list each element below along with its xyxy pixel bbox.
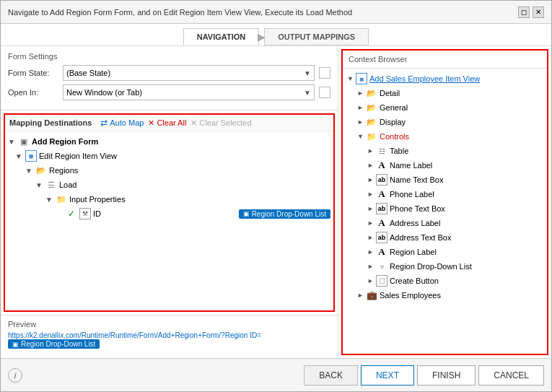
ctx-toggle-general: ► [357,104,366,111]
form-state-arrow: ▼ [304,69,311,77]
ctx-toggle-name-label: ► [367,162,376,169]
ctx-item-name-textbox[interactable]: ► ab Name Text Box [343,173,547,187]
ctx-folder-icon-controls: 📁 [366,131,377,142]
main-content: Form Settings Form State: (Base State) ▼… [1,46,551,358]
open-in-select[interactable]: New Window (or Tab) ▼ [63,84,315,100]
ctx-label-display: Display [380,118,543,126]
tabs-bar: NAVIGATION ▶ OUTPUT MAPPINGS [1,24,551,46]
ctx-label-add-sales-employee: Add Sales Employee Item View [369,74,543,83]
ctx-label-name-textbox: Name Text Box [390,175,543,184]
ctx-toggle-address-label: ► [367,219,376,227]
tree-item-edit-region-view[interactable]: ▼ ■ Edit Region Item View [5,149,333,163]
ctx-a-icon-name: A [376,160,387,171]
ctx-toggle-display: ► [357,118,366,126]
ctx-ab-icon-phone: ab [376,203,387,214]
toggle-load: ▼ [35,181,45,189]
mapping-title: Mapping Destinations [9,118,92,127]
next-button[interactable]: NEXT [361,365,414,386]
toggle-edit-region-view: ▼ [15,152,25,160]
add-region-form-label: Add Region Form [32,137,330,146]
ctx-label-controls: Controls [380,132,543,141]
ctx-item-table[interactable]: ► ☷ Table [343,144,547,158]
ctx-sales-icon: 💼 [366,289,377,301]
ctx-folder-icon-detail: 📂 [366,87,377,99]
view-icon: ■ [25,150,37,162]
regions-folder-icon: 📂 [35,165,47,176]
tree-item-regions[interactable]: ▼ 📂 Regions [5,163,333,178]
ctx-item-name-label[interactable]: ► A Name Label [343,158,547,173]
form-state-row: Form State: (Base State) ▼ [8,65,330,81]
ctx-toggle-address-textbox: ► [367,234,376,241]
ctx-label-name-label: Name Label [390,161,543,170]
form-state-select[interactable]: (Base State) ▼ [63,65,315,81]
ctx-item-phone-textbox[interactable]: ► ab Phone Text Box [343,201,547,216]
ctx-item-region-label[interactable]: ► A Region Label [343,245,547,259]
input-properties-label: Input Properties [69,195,330,204]
ctx-label-general: General [380,103,543,112]
ctx-view-icon-0: ■ [356,73,367,84]
form-state-checkbox[interactable] [319,67,330,79]
clear-all-button[interactable]: ✕ Clear All [148,118,186,128]
open-in-row: Open In: New Window (or Tab) ▼ [8,84,330,100]
ctx-a-icon-region: A [376,246,387,258]
dialog-title: Navigate to Add Region Form Form, and on… [8,8,518,17]
ctx-item-add-sales-employee[interactable]: ▼ ■ Add Sales Employee Item View [343,71,547,86]
id-mapping-chip: ▣ Region Drop-Down List [239,209,330,219]
cancel-button[interactable]: CANCEL [478,365,544,386]
ctx-item-controls[interactable]: ▼ 📁 Controls [343,129,547,144]
ctx-label-address-label: Address Label [390,219,543,227]
mapping-section: Mapping Destinations ⇄ Auto Map ✕ Clear … [4,113,335,312]
ctx-toggle-table: ► [367,147,376,154]
tree-item-input-properties[interactable]: ▼ 📁 Input Properties [5,192,333,206]
ctx-a-icon-phone: A [376,188,387,200]
title-controls: ◻ ✕ [518,6,544,18]
restore-icon[interactable]: ◻ [518,6,530,18]
ctx-toggle-region-label: ► [367,248,376,256]
tree-item-id[interactable]: ✓ ⚒ ID ▣ Region Drop-Down List [5,206,333,221]
ctx-item-region-dropdown[interactable]: ► ▿ Region Drop-Down List [343,259,547,274]
open-in-label: Open In: [8,88,58,97]
ctx-label-phone-textbox: Phone Text Box [390,204,543,213]
open-in-arrow: ▼ [304,89,311,97]
ctx-item-address-textbox[interactable]: ► ab Address Text Box [343,230,547,245]
tree-item-load[interactable]: ▼ ☰ Load [5,178,333,192]
mapping-actions: ⇄ Auto Map ✕ Clear All ✕ Clear Selected [100,118,251,128]
clear-selected-button[interactable]: ✕ Clear Selected [190,118,251,128]
ctx-item-display[interactable]: ► 📂 Display [343,115,547,129]
input-props-folder-icon: 📁 [56,193,67,205]
preview-section: Preview https://k2.denallix.com/Runtime/… [1,315,338,358]
ctx-label-create-button: Create Button [390,276,543,285]
ctx-label-detail: Detail [380,89,543,97]
ctx-item-address-label[interactable]: ► A Address Label [343,216,547,230]
toggle-input-props: ▼ [45,196,56,204]
load-label: Load [59,180,330,189]
ctx-label-region-dropdown: Region Drop-Down List [390,262,543,271]
tab-navigation[interactable]: NAVIGATION [183,28,259,45]
close-icon[interactable]: ✕ [533,6,544,18]
ctx-toggle-detail: ► [357,90,366,97]
ctx-item-create-button[interactable]: ► ☐ Create Button [343,274,547,288]
ctx-ab-icon-address: ab [376,232,387,243]
clear-all-icon: ✕ [148,118,154,128]
title-bar: Navigate to Add Region Form Form, and on… [1,1,551,24]
open-in-checkbox[interactable] [319,87,330,98]
edit-region-view-label: Edit Region Item View [39,152,330,160]
finish-button[interactable]: FINISH [417,365,476,386]
ctx-label-sales-employees: Sales Employees [380,291,543,300]
ctx-toggle-name-textbox: ► [367,176,376,183]
back-button[interactable]: BACK [304,365,358,386]
regions-label: Regions [49,166,330,175]
form-settings-title: Form Settings [8,52,330,61]
ctx-folder-icon-general: 📂 [366,102,377,113]
ctx-item-general[interactable]: ► 📂 General [343,100,547,115]
tab-output-mappings[interactable]: OUTPUT MAPPINGS [264,28,369,45]
ctx-item-detail[interactable]: ► 📂 Detail [343,86,547,100]
right-panel: Context Browser ▼ ■ Add Sales Employee I… [341,49,548,355]
ctx-item-sales-employees[interactable]: ► 💼 Sales Employees [343,288,547,302]
ctx-item-phone-label[interactable]: ► A Phone Label [343,187,547,201]
ctx-folder-icon-display: 📂 [366,116,377,128]
auto-map-button[interactable]: ⇄ Auto Map [100,118,144,128]
tree-item-add-region-form[interactable]: ▼ ▣ Add Region Form [5,134,333,149]
ctx-dropdown-icon: ▿ [376,261,387,272]
ctx-table-icon: ☷ [376,145,387,157]
